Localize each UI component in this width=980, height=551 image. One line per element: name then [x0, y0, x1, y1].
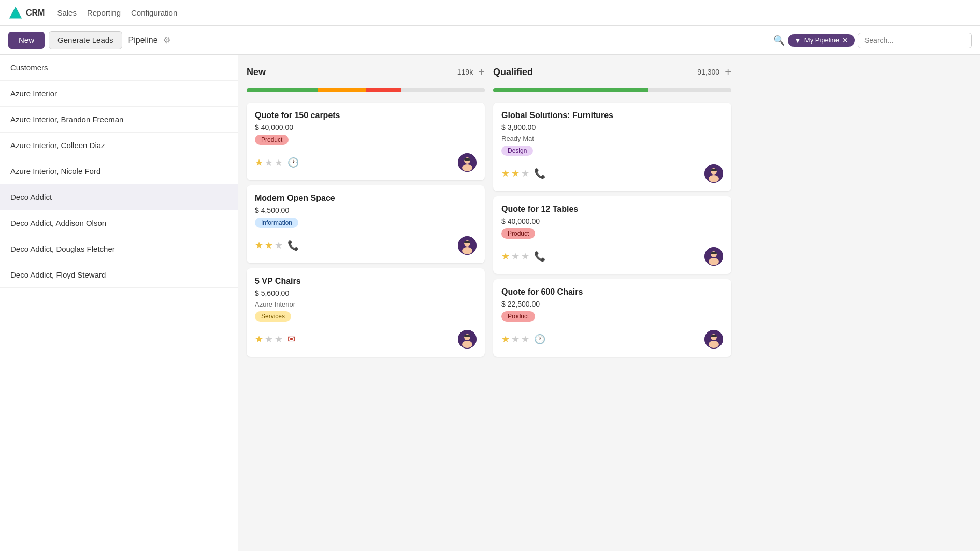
- email-icon[interactable]: ✉: [287, 334, 295, 345]
- star-2[interactable]: ★: [265, 240, 273, 251]
- sidebar-item-deco-douglas[interactable]: Deco Addict, Douglas Fletcher: [0, 236, 238, 262]
- badge-information: Information: [255, 218, 298, 228]
- toolbar-right: 🔍 ▼ My Pipeline ✕: [773, 33, 972, 48]
- badge-services: Services: [255, 311, 291, 322]
- card-modern-open-space[interactable]: Modern Open Space $ 4,500.00 Information…: [247, 185, 485, 263]
- progress-bar-qualified: [493, 88, 731, 92]
- kanban-col-new: New 119k + Quote for 150 carpets $ 40,00…: [247, 63, 485, 546]
- col-amount-qualified: 91,300: [697, 68, 719, 76]
- svg-rect-5: [464, 158, 470, 161]
- stars: ★ ★ ★ ✉: [255, 334, 295, 345]
- col-add-qualified[interactable]: +: [725, 65, 731, 79]
- svg-point-12: [462, 341, 472, 348]
- new-button[interactable]: New: [8, 32, 45, 49]
- phone-icon[interactable]: 📞: [287, 240, 299, 251]
- search-icon[interactable]: 🔍: [773, 35, 785, 46]
- filter-funnel-icon: ▼: [794, 36, 801, 45]
- card-company: Azure Interior: [255, 300, 477, 308]
- badge-product: Product: [501, 311, 535, 322]
- logo-icon: [8, 6, 23, 20]
- kanban-col-qualified: Qualified 91,300 + Global Solutions: Fur…: [493, 63, 731, 546]
- sidebar-item-azure-nicole[interactable]: Azure Interior, Nicole Ford: [0, 158, 238, 184]
- filter-label: My Pipeline: [804, 36, 839, 44]
- star-1[interactable]: ★: [501, 334, 510, 345]
- nav-configuration[interactable]: Configuration: [131, 8, 177, 17]
- card-5-vp-chairs[interactable]: 5 VP Chairs $ 5,600.00 Azure Interior Se…: [247, 268, 485, 357]
- card-quote-150-carpets[interactable]: Quote for 150 carpets $ 40,000.00 Produc…: [247, 103, 485, 180]
- avatar: [458, 330, 477, 349]
- sidebar-item-deco-addison[interactable]: Deco Addict, Addison Olson: [0, 210, 238, 236]
- card-quote-600-chairs[interactable]: Quote for 600 Chairs $ 22,500.00 Product…: [493, 279, 731, 357]
- svg-rect-9: [464, 241, 470, 243]
- star-2[interactable]: ★: [265, 334, 273, 345]
- star-3[interactable]: ★: [521, 334, 529, 345]
- search-input[interactable]: [858, 33, 972, 48]
- sidebar-item-customers[interactable]: Customers: [0, 55, 238, 81]
- star-2[interactable]: ★: [511, 168, 520, 179]
- star-3[interactable]: ★: [521, 168, 529, 179]
- card-footer: ★ ★ ★ 📞: [501, 164, 723, 183]
- progress-bar-new: [247, 88, 485, 92]
- progress-green: [493, 88, 648, 92]
- star-2[interactable]: ★: [511, 251, 520, 262]
- badge-product: Product: [501, 228, 535, 239]
- sidebar-item-azure-colleen[interactable]: Azure Interior, Colleen Diaz: [0, 133, 238, 158]
- filter-chip[interactable]: ▼ My Pipeline ✕: [788, 34, 855, 47]
- sidebar-item-azure-brandon[interactable]: Azure Interior, Brandon Freeman: [0, 107, 238, 133]
- col-header-qualified: Qualified 91,300 +: [493, 63, 731, 83]
- phone-icon[interactable]: 📞: [534, 251, 545, 262]
- svg-rect-21: [711, 252, 717, 254]
- clock-icon[interactable]: 🕐: [534, 334, 545, 345]
- nav-reporting[interactable]: Reporting: [87, 8, 121, 17]
- sidebar-item-deco-floyd[interactable]: Deco Addict, Floyd Steward: [0, 262, 238, 288]
- card-global-solutions[interactable]: Global Solutions: Furnitures $ 3,800.00 …: [493, 103, 731, 191]
- gear-icon[interactable]: ⚙: [163, 35, 170, 45]
- col-title-qualified: Qualified: [493, 67, 533, 78]
- svg-point-24: [709, 341, 719, 348]
- badge-design: Design: [501, 146, 533, 156]
- card-company: Ready Mat: [501, 135, 723, 142]
- badge-product: Product: [255, 135, 289, 145]
- card-footer: ★ ★ ★ 🕐: [501, 330, 723, 349]
- avatar: [704, 247, 723, 266]
- generate-leads-button[interactable]: Generate Leads: [49, 31, 122, 49]
- progress-gray: [401, 88, 485, 92]
- card-title: Quote for 12 Tables: [501, 205, 723, 214]
- star-3[interactable]: ★: [275, 240, 283, 251]
- star-3[interactable]: ★: [275, 157, 283, 168]
- card-amount: $ 40,000.00: [501, 217, 723, 225]
- sidebar-item-azure[interactable]: Azure Interior: [0, 81, 238, 107]
- star-1[interactable]: ★: [501, 251, 510, 262]
- star-2[interactable]: ★: [511, 334, 520, 345]
- pipeline-label: Pipeline: [128, 36, 158, 45]
- nav-sales[interactable]: Sales: [57, 8, 77, 17]
- top-nav: CRM Sales Reporting Configuration: [0, 0, 980, 26]
- star-2[interactable]: ★: [265, 157, 273, 168]
- filter-close-icon[interactable]: ✕: [842, 36, 848, 45]
- star-1[interactable]: ★: [255, 334, 263, 345]
- logo: CRM: [8, 6, 45, 20]
- avatar: [704, 330, 723, 349]
- star-3[interactable]: ★: [275, 334, 283, 345]
- sidebar-item-deco[interactable]: Deco Addict: [0, 184, 238, 210]
- stars: ★ ★ ★ 📞: [255, 240, 299, 251]
- phone-icon[interactable]: 📞: [534, 168, 545, 179]
- stars: ★ ★ ★ 📞: [501, 251, 545, 262]
- svg-rect-25: [711, 335, 717, 337]
- col-add-new[interactable]: +: [478, 65, 485, 79]
- progress-gray: [648, 88, 731, 92]
- clock-icon[interactable]: 🕐: [287, 157, 299, 168]
- star-3[interactable]: ★: [521, 251, 529, 262]
- stars: ★ ★ ★ 📞: [501, 168, 545, 179]
- card-title: Global Solutions: Furnitures: [501, 111, 723, 120]
- card-amount: $ 3,800.00: [501, 123, 723, 132]
- svg-point-16: [709, 175, 719, 182]
- star-1[interactable]: ★: [255, 157, 263, 168]
- card-footer: ★ ★ ★ 📞: [255, 236, 477, 255]
- star-1[interactable]: ★: [501, 168, 510, 179]
- card-quote-12-tables[interactable]: Quote for 12 Tables $ 40,000.00 Product …: [493, 196, 731, 274]
- star-1[interactable]: ★: [255, 240, 263, 251]
- col-header-new: New 119k +: [247, 63, 485, 83]
- col-amount-new: 119k: [457, 68, 473, 76]
- card-footer: ★ ★ ★ 📞: [501, 247, 723, 266]
